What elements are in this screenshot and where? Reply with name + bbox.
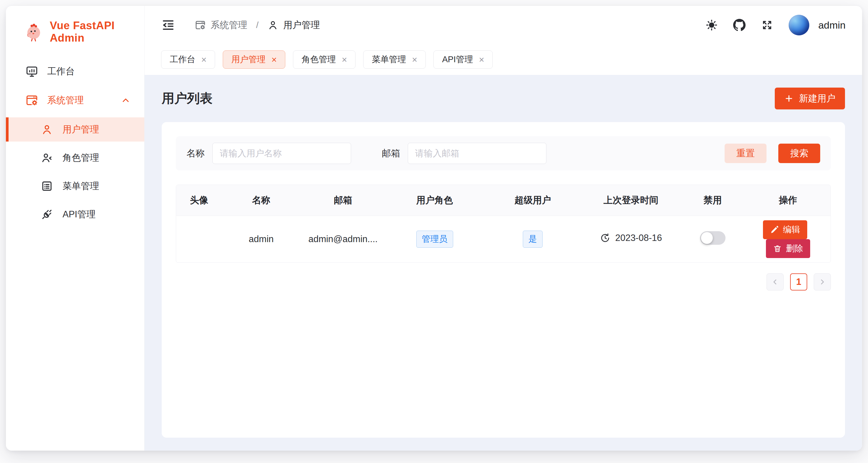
topbar: 系统管理 / 用户管理 (145, 6, 862, 44)
table-row: admin admin@admin.... 管理员 是 (176, 216, 831, 262)
add-user-label: 新建用户 (799, 92, 836, 105)
sidebar-item-label: 用户管理 (63, 123, 99, 136)
github-icon (733, 19, 746, 31)
sidebar-item-label: 菜单管理 (63, 180, 99, 192)
sidebar-collapse-button[interactable] (161, 18, 175, 32)
close-icon[interactable]: × (272, 55, 277, 64)
breadcrumb: 系统管理 / 用户管理 (195, 19, 320, 31)
username[interactable]: admin (818, 20, 845, 31)
user-icon (41, 123, 53, 136)
col-name: 名称 (222, 185, 300, 216)
edit-button[interactable]: 编辑 (763, 220, 807, 239)
chevron-right-icon (818, 278, 827, 286)
sidebar-item-workbench[interactable]: 工作台 (6, 60, 144, 83)
chevron-up-icon (121, 95, 131, 105)
breadcrumb-item-system[interactable]: 系统管理 (195, 19, 247, 31)
sun-icon (706, 19, 718, 31)
col-last-login: 上次登录时间 (582, 185, 680, 216)
app-title: Vue FastAPI Admin (50, 20, 144, 44)
fullscreen-icon (761, 19, 773, 31)
user-list-card: 名称 邮箱 重置 搜索 (162, 122, 845, 438)
prev-page-button[interactable] (767, 273, 784, 291)
avatar[interactable] (788, 15, 809, 35)
role-badge[interactable]: 管理员 (416, 231, 453, 248)
cell-email: admin@admin.... (300, 216, 385, 262)
add-user-button[interactable]: 新建用户 (775, 88, 845, 109)
cell-last-login: 2023-08-16 (582, 216, 680, 262)
tab-label: 用户管理 (231, 54, 266, 65)
breadcrumb-item-users[interactable]: 用户管理 (267, 19, 320, 31)
filter-bar: 名称 邮箱 重置 搜索 (176, 136, 831, 170)
menu-list-icon (41, 180, 53, 192)
disabled-toggle[interactable] (700, 231, 725, 245)
trash-icon (773, 244, 782, 253)
github-button[interactable] (733, 19, 746, 31)
col-superuser: 超级用户 (484, 185, 582, 216)
cell-avatar (176, 216, 222, 262)
tab-role-management[interactable]: 角色管理 × (293, 51, 355, 69)
pagination: 1 (176, 273, 831, 291)
next-page-button[interactable] (814, 273, 831, 291)
user-role-icon (41, 152, 53, 164)
window-gear-icon (25, 94, 38, 107)
tab-label: 菜单管理 (372, 54, 406, 65)
plug-icon (41, 208, 53, 221)
fullscreen-button[interactable] (761, 19, 773, 31)
close-icon[interactable]: × (201, 55, 207, 64)
table-header-row: 头像 名称 邮箱 用户角色 超级用户 上次登录时间 禁用 操作 (176, 185, 831, 216)
cell-actions: 编辑 删除 (746, 216, 831, 262)
window-gear-icon (195, 20, 206, 31)
close-icon[interactable]: × (479, 55, 484, 64)
chicken-logo-icon (24, 21, 43, 43)
name-filter-input[interactable] (212, 143, 351, 164)
tab-user-management[interactable]: 用户管理 × (223, 51, 285, 69)
cell-name: admin (222, 216, 300, 262)
page-header: 用户列表 新建用户 (162, 75, 845, 122)
tab-bar: 工作台 × 用户管理 × 角色管理 × 菜单管理 × API管理 × (145, 44, 862, 75)
email-filter-label: 邮箱 (382, 147, 400, 160)
col-email: 邮箱 (300, 185, 385, 216)
sidebar-item-api-management[interactable]: API管理 (6, 202, 144, 227)
col-disabled: 禁用 (680, 185, 746, 216)
tab-workbench[interactable]: 工作台 × (161, 51, 215, 69)
search-button[interactable]: 搜索 (778, 144, 820, 163)
sidebar: Vue FastAPI Admin 工作台 系统管理 (6, 6, 145, 451)
email-filter-input[interactable] (408, 143, 547, 164)
close-icon[interactable]: × (412, 55, 417, 64)
email-filter-group: 邮箱 (382, 143, 547, 164)
sidebar-item-label: 系统管理 (47, 94, 84, 106)
logo[interactable]: Vue FastAPI Admin (6, 6, 144, 60)
plus-icon (784, 94, 794, 103)
sidebar-item-menu-management[interactable]: 菜单管理 (6, 174, 144, 198)
sidebar-item-user-management[interactable]: 用户管理 (6, 118, 144, 141)
breadcrumb-label: 用户管理 (283, 19, 320, 31)
sidebar-item-label: 角色管理 (63, 152, 99, 164)
tab-label: 角色管理 (302, 54, 336, 65)
breadcrumb-label: 系统管理 (211, 19, 247, 31)
tab-menu-management[interactable]: 菜单管理 × (363, 51, 426, 69)
theme-toggle-button[interactable] (706, 19, 718, 31)
cell-disabled (680, 216, 746, 262)
superuser-badge[interactable]: 是 (523, 231, 542, 248)
page-1-button[interactable]: 1 (790, 273, 807, 291)
filter-actions: 重置 搜索 (724, 144, 820, 163)
sidebar-item-system[interactable]: 系统管理 (6, 89, 144, 112)
monitor-icon (25, 65, 38, 78)
pencil-icon (770, 225, 779, 234)
tab-label: API管理 (442, 54, 473, 65)
close-icon[interactable]: × (342, 55, 347, 64)
page-title: 用户列表 (162, 90, 212, 107)
clock-history-icon (600, 233, 611, 243)
content: 用户列表 新建用户 名称 邮箱 (145, 75, 862, 451)
users-table: 头像 名称 邮箱 用户角色 超级用户 上次登录时间 禁用 操作 (176, 185, 831, 263)
edit-label: 编辑 (783, 224, 800, 236)
chevron-left-icon (771, 278, 779, 286)
user-icon (267, 20, 279, 31)
sidebar-item-role-management[interactable]: 角色管理 (6, 146, 144, 170)
delete-button[interactable]: 删除 (766, 239, 810, 258)
app-window: Vue FastAPI Admin 工作台 系统管理 (6, 6, 862, 451)
col-actions: 操作 (746, 185, 831, 216)
tab-api-management[interactable]: API管理 × (433, 51, 493, 69)
reset-button[interactable]: 重置 (724, 144, 767, 163)
cell-superuser: 是 (484, 216, 582, 262)
